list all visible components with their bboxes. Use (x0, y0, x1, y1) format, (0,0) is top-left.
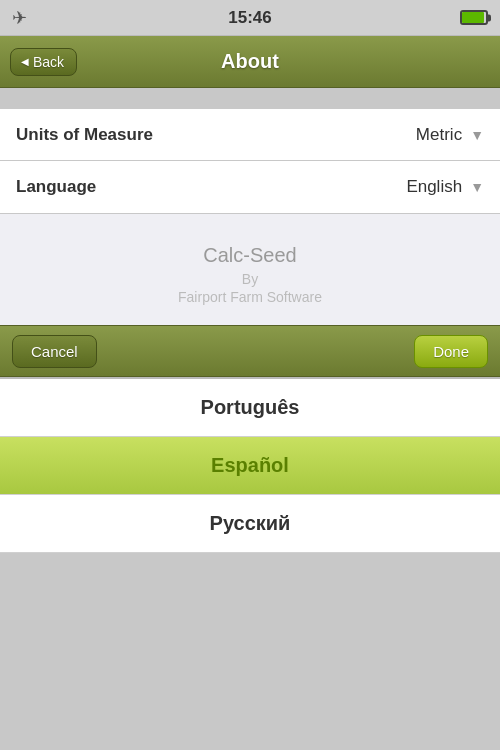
status-time: 15:46 (228, 8, 271, 28)
picker-item-0[interactable]: Português (0, 379, 500, 437)
language-dropdown-arrow: ▼ (470, 179, 484, 195)
language-value: English (406, 177, 462, 197)
back-button[interactable]: Back (10, 48, 77, 76)
nav-bar: Back About (0, 36, 500, 88)
by-text: By (20, 271, 480, 287)
units-value-container: Metric ▼ (216, 125, 484, 145)
language-row[interactable]: Language English ▼ (0, 161, 500, 213)
done-button[interactable]: Done (414, 335, 488, 368)
picker-item-2[interactable]: Русский (0, 495, 500, 553)
settings-table: Units of Measure Metric ▼ Language Engli… (0, 108, 500, 214)
bottom-toolbar: Cancel Done (0, 325, 500, 377)
picker-container: PortuguêsEspañolРусский (0, 377, 500, 553)
picker-item-1[interactable]: Español (0, 437, 500, 495)
cancel-button[interactable]: Cancel (12, 335, 97, 368)
nav-title: About (221, 50, 279, 73)
battery-indicator (460, 10, 488, 25)
content-area: Units of Measure Metric ▼ Language Engli… (0, 108, 500, 325)
company-name: Fairport Farm Software (20, 289, 480, 305)
units-value: Metric (416, 125, 462, 145)
units-row[interactable]: Units of Measure Metric ▼ (0, 109, 500, 161)
units-dropdown-arrow: ▼ (470, 127, 484, 143)
app-name: Calc-Seed (20, 244, 480, 267)
language-label: Language (16, 177, 216, 197)
status-bar: ✈ 15:46 (0, 0, 500, 36)
airplane-icon: ✈ (12, 7, 27, 29)
units-label: Units of Measure (16, 125, 216, 145)
about-section: Calc-Seed By Fairport Farm Software (0, 214, 500, 325)
language-value-container: English ▼ (216, 177, 484, 197)
